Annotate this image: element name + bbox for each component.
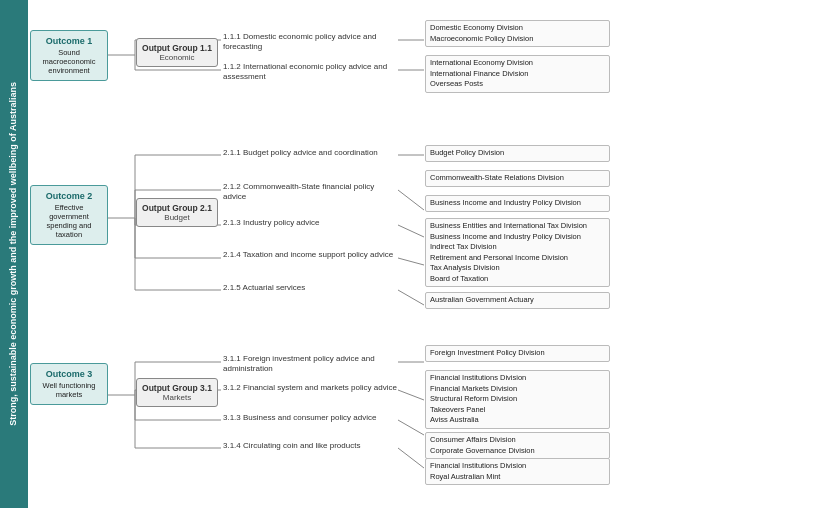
output-312: 3.1.2 Financial system and markets polic… xyxy=(223,383,398,393)
og21-number: Output Group 2.1 xyxy=(141,203,213,213)
outcome-1-desc: Sound macroeconomic environment xyxy=(35,48,103,75)
main-container: Strong, sustainable economic growth and … xyxy=(0,0,814,508)
division-box-bp: Budget Policy Division xyxy=(425,145,610,162)
outcome-1-box: Outcome 1 Sound macroeconomic environmen… xyxy=(30,30,108,81)
banner-text: Strong, sustainable economic growth and … xyxy=(8,82,20,426)
svg-line-35 xyxy=(398,448,424,468)
output-111: 1.1.1 Domestic economic policy advice an… xyxy=(223,32,398,53)
outcome-3-box: Outcome 3 Well functioning markets xyxy=(30,363,108,405)
svg-line-34 xyxy=(398,420,424,435)
division-box-biip: Business Income and Industry Policy Divi… xyxy=(425,195,610,212)
svg-line-21 xyxy=(398,258,424,265)
og31-number: Output Group 3.1 xyxy=(141,383,213,393)
output-211: 2.1.1 Budget policy advice and coordinat… xyxy=(223,148,398,158)
output-215: 2.1.5 Actuarial services xyxy=(223,283,398,293)
division-box-ie: International Economy DivisionInternatio… xyxy=(425,55,610,93)
svg-line-19 xyxy=(398,190,424,210)
og31-name: Markets xyxy=(141,393,213,402)
division-box-aga: Australian Government Actuary xyxy=(425,292,610,309)
outcome-1-number: Outcome 1 xyxy=(35,36,103,46)
output-313: 3.1.3 Business and consumer policy advic… xyxy=(223,413,398,423)
outcome-3-number: Outcome 3 xyxy=(35,369,103,379)
output-212: 2.1.2 Commonwealth-State financial polic… xyxy=(223,182,398,203)
og21-name: Budget xyxy=(141,213,213,222)
output-112: 1.1.2 International economic policy advi… xyxy=(223,62,398,83)
svg-line-20 xyxy=(398,225,424,237)
svg-line-22 xyxy=(398,290,424,305)
outcome-2-desc: Effective government spending and taxati… xyxy=(35,203,103,239)
output-314: 3.1.4 Circulating coin and like products xyxy=(223,441,398,451)
division-box-ca: Consumer Affairs DivisionCorporate Gover… xyxy=(425,432,610,459)
output-group-21-box: Output Group 2.1 Budget xyxy=(136,198,218,227)
division-box-ram: Financial Institutions DivisionRoyal Aus… xyxy=(425,458,610,485)
output-311: 3.1.1 Foreign investment policy advice a… xyxy=(223,354,398,375)
division-box-fim: Financial Institutions DivisionFinancial… xyxy=(425,370,610,429)
outcome-2-number: Outcome 2 xyxy=(35,191,103,201)
output-213: 2.1.3 Industry policy advice xyxy=(223,218,398,228)
division-box-csr: Commonwealth-State Relations Division xyxy=(425,170,610,187)
division-box-fip: Foreign Investment Policy Division xyxy=(425,345,610,362)
output-group-31-box: Output Group 3.1 Markets xyxy=(136,378,218,407)
og11-name: Economic xyxy=(141,53,213,62)
og11-number: Output Group 1.1 xyxy=(141,43,213,53)
outcome-2-box: Outcome 2 Effective government spending … xyxy=(30,185,108,245)
division-box-de: Domestic Economy DivisionMacroeconomic P… xyxy=(425,20,610,47)
left-banner: Strong, sustainable economic growth and … xyxy=(0,0,28,508)
diagram-area: Outcome 1 Sound macroeconomic environmen… xyxy=(28,0,814,508)
svg-line-33 xyxy=(398,390,424,400)
outcome-3-desc: Well functioning markets xyxy=(35,381,103,399)
connector-lines xyxy=(28,0,814,508)
output-group-11-box: Output Group 1.1 Economic xyxy=(136,38,218,67)
division-box-beit: Business Entities and International Tax … xyxy=(425,218,610,287)
output-214: 2.1.4 Taxation and income support policy… xyxy=(223,250,398,260)
